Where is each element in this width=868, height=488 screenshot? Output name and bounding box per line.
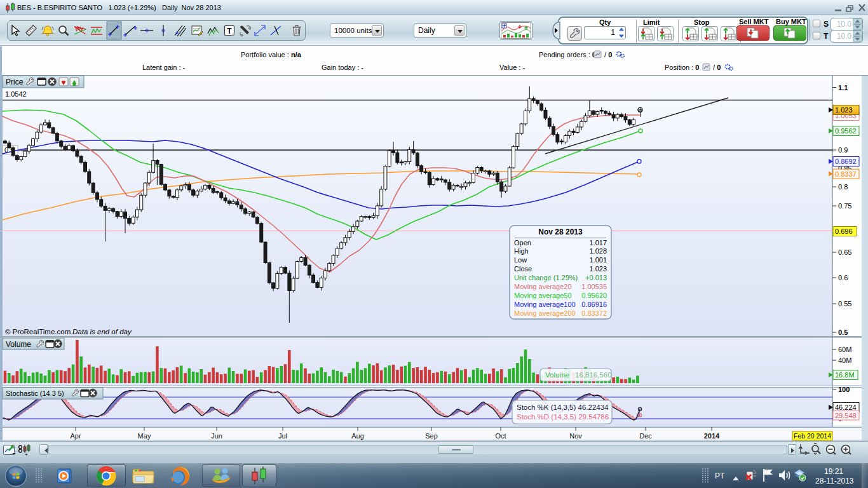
- svg-text:Nov: Nov: [569, 432, 582, 440]
- svg-text:2014: 2014: [704, 432, 720, 440]
- svg-text:0.5: 0.5: [838, 329, 848, 336]
- svg-text:0.55: 0.55: [838, 300, 851, 308]
- svg-text:29.548: 29.548: [835, 412, 857, 419]
- svg-text:0.8337: 0.8337: [835, 170, 857, 178]
- svg-text:May: May: [138, 432, 151, 440]
- svg-text:0.6: 0.6: [838, 274, 848, 281]
- svg-text:Aug: Aug: [351, 432, 364, 440]
- svg-text:0.8692: 0.8692: [835, 158, 857, 165]
- svg-text:16,816,560: 16,816,560: [575, 371, 612, 379]
- svg-text:Oct: Oct: [495, 432, 506, 440]
- svg-text:0.86916: 0.86916: [581, 301, 607, 308]
- svg-text:Stoch %K (14,3,5) 46.22434: Stoch %K (14,3,5) 46.22434: [517, 403, 609, 411]
- svg-text:Moving average20: Moving average20: [514, 283, 572, 290]
- svg-text:0.95620: 0.95620: [581, 292, 607, 299]
- svg-text:Jul: Jul: [278, 432, 287, 440]
- svg-text:1.023: 1.023: [835, 106, 853, 114]
- svg-text:0.75: 0.75: [838, 202, 851, 210]
- svg-text:60M: 60M: [838, 346, 851, 353]
- svg-text:0.9: 0.9: [838, 146, 848, 154]
- svg-text:Volume: Volume: [6, 340, 31, 349]
- svg-text:1.0542: 1.0542: [5, 90, 27, 98]
- svg-text:Volume: Volume: [545, 371, 569, 379]
- svg-text:Stochastic (14 3 5): Stochastic (14 3 5): [6, 390, 64, 397]
- svg-text:Dec: Dec: [639, 432, 652, 440]
- svg-text:46.224: 46.224: [835, 403, 857, 411]
- svg-text:Close: Close: [514, 265, 532, 273]
- svg-text:0.8: 0.8: [838, 183, 848, 191]
- svg-text:Moving average50: Moving average50: [514, 292, 572, 299]
- svg-text:Sep: Sep: [425, 432, 438, 440]
- svg-text:Moving average200: Moving average200: [514, 309, 576, 317]
- svg-text:Feb 20 2014: Feb 20 2014: [794, 432, 831, 440]
- svg-text:Nov 28 2013: Nov 28 2013: [538, 227, 583, 236]
- svg-text:1.028: 1.028: [589, 247, 607, 255]
- svg-text:0.696: 0.696: [835, 227, 853, 235]
- svg-text:Jun: Jun: [211, 432, 222, 440]
- svg-text:Data is end of day: Data is end of day: [72, 328, 132, 336]
- svg-text:Apr: Apr: [70, 432, 81, 440]
- svg-text:40M: 40M: [838, 356, 851, 364]
- svg-text:1.1: 1.1: [838, 84, 848, 92]
- svg-text:100: 100: [838, 386, 850, 393]
- svg-text:Moving average100: Moving average100: [514, 301, 576, 308]
- svg-text:Price: Price: [6, 78, 24, 86]
- svg-text:© ProRealTime.com: © ProRealTime.com: [5, 328, 71, 336]
- svg-text:Low: Low: [514, 256, 527, 264]
- svg-text:+0.013: +0.013: [585, 274, 607, 281]
- svg-text:Stoch %D (14,3,5) 29.54786: Stoch %D (14,3,5) 29.54786: [517, 413, 609, 421]
- svg-text:0.83372: 0.83372: [581, 309, 607, 317]
- svg-text:T: T: [227, 27, 232, 36]
- svg-text:Open: Open: [514, 239, 531, 247]
- svg-text:1.00535: 1.00535: [581, 283, 607, 290]
- svg-text:0.65: 0.65: [838, 248, 851, 256]
- svg-text:16.8M: 16.8M: [835, 371, 855, 379]
- svg-text:Unit change (1.29%): Unit change (1.29%): [514, 274, 578, 281]
- svg-text:0.9562: 0.9562: [835, 127, 857, 135]
- svg-text:High: High: [514, 247, 529, 255]
- svg-text:1.023: 1.023: [589, 265, 607, 273]
- svg-text:1.017: 1.017: [589, 239, 607, 247]
- svg-text:1.001: 1.001: [589, 256, 607, 264]
